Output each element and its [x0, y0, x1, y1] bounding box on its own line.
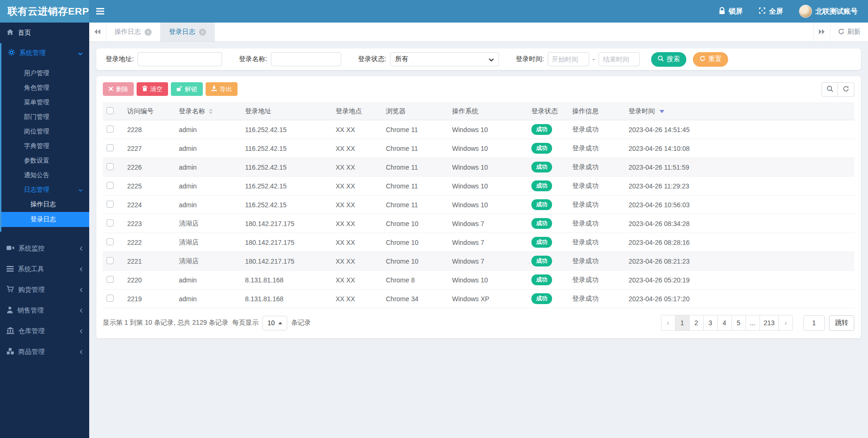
sidebar-item-log-mgmt[interactable]: 日志管理 [1, 182, 89, 197]
cell-id: 2227 [123, 139, 175, 158]
row-checkbox[interactable] [107, 163, 114, 170]
tab-operation-log[interactable]: 操作日志 × [106, 23, 161, 41]
sidebar-item-menu-mgmt[interactable]: 菜单管理 [1, 95, 89, 110]
table-row[interactable]: 2220admin8.131.81.168XX XXChrome 8Window… [103, 271, 854, 289]
sidebar-item-home[interactable]: 首页 [0, 23, 89, 43]
page-button[interactable]: ... [745, 315, 760, 331]
column-header-time[interactable]: 登录时间 [625, 103, 854, 120]
end-time-input[interactable] [599, 52, 640, 66]
cell-message: 登录成功 [568, 289, 625, 308]
refresh-table-button[interactable] [838, 82, 854, 97]
table-row[interactable]: 2223清湖店180.142.217.175XX XXChrome 10Wind… [103, 214, 854, 233]
next-page-button[interactable]: › [778, 315, 793, 331]
user-icon [7, 306, 13, 315]
cell-os: Windows XP [448, 289, 528, 308]
cell-message: 登录成功 [568, 177, 625, 196]
login-status-select[interactable]: 所有 [390, 52, 499, 66]
row-checkbox[interactable] [107, 219, 114, 227]
prev-page-button[interactable]: ‹ [661, 315, 676, 331]
select-all-checkbox[interactable] [107, 107, 114, 114]
table-row[interactable]: 2219admin8.131.81.168XX XXChrome 34Windo… [103, 289, 854, 308]
table-row[interactable]: 2225admin116.252.42.15XX XXChrome 11Wind… [103, 177, 854, 196]
clear-button[interactable]: 清空 [137, 82, 168, 96]
page-button[interactable]: 5 [731, 315, 746, 331]
tab-login-log[interactable]: 登录日志 × [161, 23, 215, 41]
sidebar-item-dept-mgmt[interactable]: 部门管理 [1, 110, 89, 124]
chevron-left-icon [80, 307, 83, 314]
row-checkbox[interactable] [107, 295, 114, 302]
login-address-label: 登录地址: [106, 55, 134, 63]
sidebar-item-login-log[interactable]: 登录日志 [1, 212, 89, 227]
page-button[interactable]: 1 [675, 315, 690, 331]
cell-os: Windows 10 [448, 139, 528, 158]
sidebar-item-role-mgmt[interactable]: 角色管理 [1, 80, 89, 95]
sidebar-item-label: 菜单管理 [24, 98, 49, 107]
chevron-left-icon [80, 245, 83, 252]
cell-location: XX XX [332, 233, 382, 252]
reset-button[interactable]: 重置 [693, 52, 728, 67]
sidebar-item-user-mgmt[interactable]: 用户管理 [1, 66, 89, 80]
sidebar-item-system[interactable]: 系统管理 [1, 43, 89, 63]
column-header-name[interactable]: 登录名称 [175, 103, 241, 120]
tabs-scroll-left-button[interactable] [89, 23, 106, 41]
row-checkbox[interactable] [107, 144, 114, 151]
table-row[interactable]: 2226admin116.252.42.15XX XXChrome 11Wind… [103, 158, 854, 177]
sidebar-toggle-button[interactable] [89, 0, 111, 23]
sidebar-item-dict-mgmt[interactable]: 字典管理 [1, 139, 89, 153]
unlock-button[interactable]: 解锁 [171, 82, 203, 96]
status-badge: 成功 [531, 143, 552, 154]
sidebar-item-notice[interactable]: 通知公告 [1, 168, 89, 182]
cell-browser: Chrome 34 [382, 289, 448, 308]
cell-name: 清湖店 [175, 252, 241, 271]
column-header-location: 登录地点 [332, 103, 382, 120]
table-row[interactable]: 2228admin116.252.42.15XX XXChrome 11Wind… [103, 120, 854, 139]
search-button[interactable]: 搜索 [651, 52, 686, 67]
export-button[interactable]: 导出 [206, 82, 238, 96]
login-name-input[interactable] [271, 52, 341, 66]
sidebar-item-operation-log[interactable]: 操作日志 [1, 197, 89, 212]
table-row[interactable]: 2221清湖店180.142.217.175XX XXChrome 10Wind… [103, 252, 854, 271]
page-button[interactable]: 213 [760, 315, 779, 331]
lock-screen-button[interactable]: 锁屏 [719, 7, 743, 16]
tabs-scroll-right-button[interactable] [813, 23, 830, 41]
row-checkbox[interactable] [107, 276, 114, 283]
column-header-status: 登录状态 [528, 103, 568, 120]
sidebar-item-goods-mgmt[interactable]: 商品管理 [0, 342, 89, 362]
sidebar-item-system-tools[interactable]: 系统工具 [0, 259, 89, 280]
page-button[interactable]: 2 [689, 315, 704, 331]
row-checkbox[interactable] [107, 182, 114, 189]
sidebar-item-purchase-mgmt[interactable]: 购货管理 [0, 280, 89, 300]
delete-button[interactable]: 删除 [103, 82, 134, 96]
fullscreen-button[interactable]: 全屏 [759, 7, 783, 16]
table-row[interactable]: 2224admin116.252.42.15XX XXChrome 11Wind… [103, 196, 854, 214]
login-address-input[interactable] [138, 52, 222, 66]
page-size-dropdown[interactable]: 10 [262, 316, 288, 330]
close-icon[interactable]: × [199, 29, 206, 36]
date-range-separator: - [593, 55, 595, 63]
page-button[interactable]: 3 [703, 315, 718, 331]
toggle-search-button[interactable] [822, 82, 838, 97]
sidebar-item-system-monitor[interactable]: 系统监控 [0, 238, 89, 259]
tab-bar: 操作日志 × 登录日志 × 刷新 [89, 23, 868, 42]
start-time-input[interactable] [548, 52, 589, 66]
cell-message: 登录成功 [568, 252, 625, 271]
table-row[interactable]: 2222清湖店180.142.217.175XX XXChrome 10Wind… [103, 233, 854, 252]
row-checkbox[interactable] [107, 201, 114, 208]
jump-page-input[interactable] [803, 315, 825, 331]
sidebar-item-warehouse-mgmt[interactable]: 仓库管理 [0, 321, 89, 342]
sidebar-item-post-mgmt[interactable]: 岗位管理 [1, 124, 89, 139]
refresh-tab-button[interactable]: 刷新 [830, 23, 868, 41]
video-camera-icon [7, 245, 14, 252]
chevron-left-icon [80, 348, 83, 356]
row-checkbox[interactable] [107, 257, 114, 264]
row-checkbox[interactable] [107, 125, 114, 133]
close-icon[interactable]: × [145, 29, 152, 36]
chevron-down-icon [78, 186, 83, 193]
sidebar-item-sales-mgmt[interactable]: 销售管理 [0, 300, 89, 321]
page-button[interactable]: 4 [717, 315, 732, 331]
sidebar-item-param-settings[interactable]: 参数设置 [1, 153, 89, 168]
table-row[interactable]: 2227admin116.252.42.15XX XXChrome 11Wind… [103, 139, 854, 158]
row-checkbox[interactable] [107, 238, 114, 245]
jump-button[interactable]: 跳转 [829, 315, 854, 331]
user-menu[interactable]: 北联测试账号 [799, 5, 858, 18]
